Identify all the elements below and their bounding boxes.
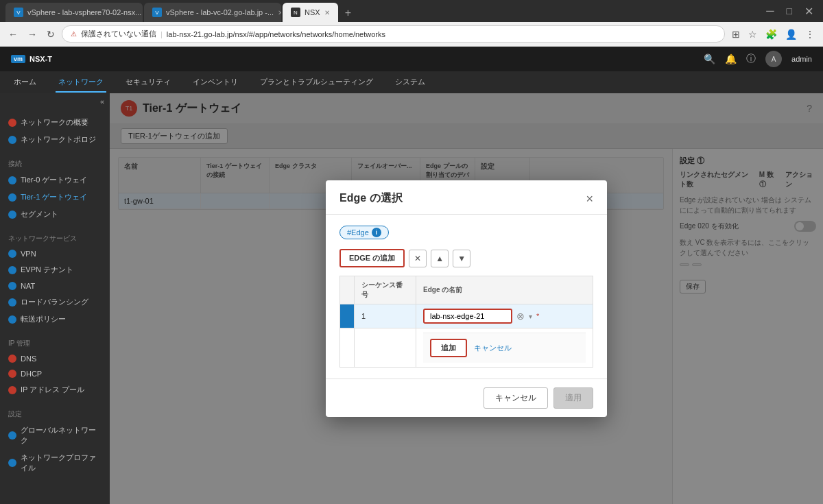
edge-name-input[interactable]	[423, 309, 512, 324]
network-topology-icon	[8, 136, 16, 144]
edge-dropdown-button[interactable]: ▾	[529, 313, 532, 320]
address-bar[interactable]: ⚠ 保護されていない通信 | lab-nsx-21.go-lab.jp/nsx/…	[62, 25, 725, 43]
content: T1 Tier-1 ゲートウェイ ? TIER-1ゲートウェイの追加 名前 Ti…	[110, 93, 823, 504]
browser-tabs: V vSphere - lab-vsphere70-02-nsx... ✕ V …	[5, 0, 759, 22]
vm-badge: vm	[11, 55, 25, 63]
close-button[interactable]: ✕	[800, 5, 818, 18]
menu-icon[interactable]: ⋮	[802, 27, 818, 42]
maximize-button[interactable]: □	[783, 5, 796, 16]
sidebar-item-forwarding[interactable]: 転送ポリシー	[0, 311, 110, 328]
tab2-label: vSphere - lab-vc-02.go-lab.jp -...	[166, 8, 274, 16]
modal-cancel-button[interactable]: キャンセル	[484, 387, 548, 409]
window-controls: ─ □ ✕	[762, 5, 818, 18]
inline-cancel-button[interactable]: キャンセル	[474, 343, 512, 353]
edge-input-cell: ⊗ ▾ *	[423, 309, 586, 324]
forwarding-icon	[8, 315, 16, 324]
tab3-close[interactable]: ✕	[324, 9, 330, 16]
move-up-button[interactable]: ▲	[431, 250, 449, 267]
forward-button[interactable]: →	[25, 27, 40, 41]
sidebar-label-network-overview: ネットワークの概要	[21, 117, 88, 128]
sidebar-item-network-profile[interactable]: ネットワークプロファイル	[0, 449, 110, 477]
sidebar-label-global-network: グローバルネットワーク	[21, 425, 102, 446]
separator: |	[160, 30, 163, 38]
tier1-icon	[8, 193, 16, 202]
sidebar-section-title-ip: IP 管理	[0, 336, 110, 351]
sidebar-item-dhcp[interactable]: DHCP	[0, 366, 110, 381]
move-down-icon: ▼	[457, 254, 466, 263]
sidebar-label-nat: NAT	[21, 282, 35, 290]
nav-item-inventory[interactable]: インベントリ	[190, 73, 241, 93]
sidebar-item-load-balancing[interactable]: ロードバランシング	[0, 293, 110, 311]
sidebar-item-network-topology[interactable]: ネットワークトポロジ	[0, 131, 110, 148]
tier0-icon	[8, 176, 16, 184]
modal-footer: キャンセル 適用	[326, 379, 607, 417]
tab3-favicon: N	[291, 8, 300, 17]
nat-icon	[8, 282, 16, 290]
new-tab-button[interactable]: +	[339, 4, 357, 22]
sidebar-item-evpn[interactable]: EVPN テナント	[0, 261, 110, 278]
refresh-button[interactable]: ↻	[44, 27, 58, 41]
move-down-button[interactable]: ▼	[453, 250, 470, 267]
sidebar-item-tier0[interactable]: Tier-0 ゲートウェイ	[0, 171, 110, 189]
main-layout: « ネットワークの概要 ネットワークトポロジ 接続 Tier-0 ゲートウェイ …	[0, 93, 823, 504]
bookmark-icon[interactable]: ☆	[746, 27, 760, 42]
evpn-icon	[8, 266, 16, 274]
sidebar-section-title-network-services: ネットワークサービス	[0, 231, 110, 246]
sidebar-toggle[interactable]: «	[0, 93, 110, 110]
edge-clear-button[interactable]: ⊗	[516, 311, 525, 322]
required-star: *	[536, 312, 539, 320]
sidebar-item-nat[interactable]: NAT	[0, 278, 110, 293]
sidebar-item-tier1[interactable]: Tier-1 ゲートウェイ	[0, 189, 110, 206]
sidebar-item-network-overview[interactable]: ネットワークの概要	[0, 114, 110, 131]
info-icon[interactable]: ⓘ	[746, 53, 756, 65]
nav-item-network[interactable]: ネットワーク	[56, 73, 106, 93]
sidebar-label-load-balancing: ロードバランシング	[21, 297, 88, 307]
nav-item-home[interactable]: ホーム	[11, 73, 39, 93]
modal-tag-area: #Edge i	[339, 226, 593, 239]
sidebar-label-tier0: Tier-0 ゲートウェイ	[21, 175, 87, 185]
extensions-icon[interactable]: 🧩	[763, 27, 780, 42]
minimize-button[interactable]: ─	[762, 5, 778, 17]
nav-item-troubleshoot[interactable]: プランとトラブルシューティング	[257, 73, 376, 93]
modal-th-seq: シーケンス番号	[355, 276, 416, 304]
modal-th-select	[340, 276, 355, 304]
dhcp-icon	[8, 370, 16, 378]
inline-save-button[interactable]: 追加	[430, 339, 467, 357]
security-warning-text: 保護されていない通信	[81, 29, 156, 39]
sidebar-label-evpn: EVPN テナント	[21, 265, 73, 275]
sidebar-section-settings: 設定 グローバルネットワーク ネットワークプロファイル	[0, 403, 110, 481]
modal-table-row[interactable]: 1 ⊗ ▾ *	[340, 304, 593, 328]
search-icon[interactable]: 🔍	[704, 53, 715, 64]
security-warning-icon: ⚠	[71, 30, 77, 38]
sidebar-item-segments[interactable]: セグメント	[0, 206, 110, 223]
notification-icon[interactable]: 🔔	[725, 53, 737, 64]
profile-icon[interactable]: 👤	[783, 27, 800, 42]
browser-tab-2[interactable]: V vSphere - lab-vc-02.go-lab.jp -... ✕	[144, 3, 281, 22]
add-edge-button[interactable]: EDGE の追加	[339, 249, 405, 267]
modal-close-button[interactable]: ×	[586, 193, 593, 205]
sidebar-item-dns[interactable]: DNS	[0, 351, 110, 366]
network-overview-icon	[8, 119, 16, 127]
modal-apply-button[interactable]: 適用	[553, 387, 593, 409]
nav-item-security[interactable]: セキュリティ	[123, 73, 174, 93]
delete-row-button[interactable]: ✕	[409, 250, 427, 267]
avatar[interactable]: A	[765, 51, 782, 67]
back-button[interactable]: ←	[5, 27, 21, 41]
browser-tab-1[interactable]: V vSphere - lab-vsphere70-02-nsx... ✕	[5, 3, 143, 22]
sidebar-item-ip-pool[interactable]: IP アドレス プール	[0, 381, 110, 398]
app-nav: ホーム ネットワーク セキュリティ インベントリ プランとトラブルシューティング…	[0, 71, 823, 93]
edge-tag-badge: #Edge i	[339, 226, 389, 239]
browser-tab-3[interactable]: N NSX ✕	[283, 3, 338, 22]
sidebar-item-vpn[interactable]: VPN	[0, 246, 110, 261]
tab2-favicon: V	[152, 8, 162, 17]
sidebar-item-global-network[interactable]: グローバルネットワーク	[0, 422, 110, 449]
inline-actions: 追加 キャンセル	[416, 328, 593, 368]
tab2-close[interactable]: ✕	[278, 9, 281, 16]
sidebar-label-ip-pool: IP アドレス プール	[21, 385, 84, 395]
extension-icon[interactable]: ⊞	[729, 27, 743, 42]
sidebar-section-title-connectivity: 接続	[0, 156, 110, 171]
ip-pool-icon	[8, 386, 16, 394]
modal-toolbar: EDGE の追加 ✕ ▲ ▼	[339, 249, 593, 267]
sidebar-label-vpn: VPN	[21, 250, 36, 258]
nav-item-system[interactable]: システム	[392, 73, 428, 93]
